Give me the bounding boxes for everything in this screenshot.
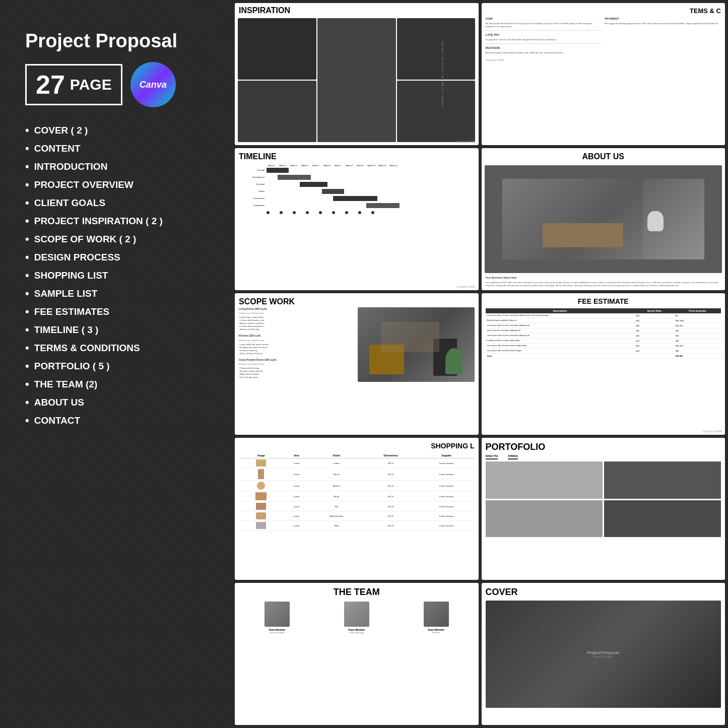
fee-row-1: Lorem ipsum dolor sit amet, consectetur … [486, 313, 721, 318]
portfolio-label-finish: FINISH [508, 454, 518, 459]
port-cell-2 [604, 461, 721, 499]
terms-rev-title: REVISION [486, 46, 602, 50]
shopping-title: SHOPPING L [239, 442, 475, 450]
scope-title: SCOPE WORK [239, 297, 475, 306]
about-text: Your Business Name Here was established … [482, 274, 725, 290]
shop-row: LoremNolW L HLorem Furniture [239, 502, 475, 511]
fee-row-4: sed do eiusmod, consectetur adipiscing e… [486, 328, 721, 333]
fee-col-rate: Hourly Rate [635, 308, 674, 313]
card-extra: COVER Project Proposal Interior Design [482, 583, 725, 725]
page-count-box: 27 PAGE [25, 64, 122, 105]
insp-cell-5 [397, 81, 476, 142]
portfolio-grid [486, 461, 721, 537]
inspiration-vert-text: NATURAL / AESTHETIC / MINIMALIST / UNIQU… [441, 41, 444, 107]
fee-company: Company NAME [703, 430, 722, 433]
card-scope: SCOPE WORK Living Room (450 sq.ft) Simpl… [235, 293, 479, 435]
tl-row-tender: Tender [239, 189, 475, 194]
team-grid: Team Member Interior Designer Team Membe… [239, 602, 475, 634]
team-avatar-1 [264, 602, 290, 627]
menu-item-terms[interactable]: TERMS & CONDITIONS [25, 339, 207, 357]
port-cell-4 [604, 500, 721, 538]
insp-cell-1 [238, 18, 316, 80]
menu-list: COVER ( 2 ) CONTENT INTRODUCTION PROJECT… [25, 121, 207, 430]
inspiration-title: INSPIRATION [235, 3, 479, 18]
menu-item-fee[interactable]: FEE ESTIMATES [25, 303, 207, 321]
menu-item-inspiration[interactable]: PROJECT INSPIRATION ( 2 ) [25, 212, 207, 230]
menu-item-cover[interactable]: COVER ( 2 ) [25, 121, 207, 140]
card-team: THE TEAM Team Member Interior Designer T… [235, 583, 479, 725]
port-cell-1 [486, 461, 603, 499]
menu-item-contact[interactable]: CONTACT [25, 412, 207, 430]
team-avatar-3 [424, 602, 449, 627]
scope-image [358, 307, 475, 382]
card-shopping: SHOPPING L Image Item Finish Dimensions … [235, 438, 479, 580]
card-timeline: TIMELINE Week 1 Week 2 Week 3 Week 4 Wee… [235, 148, 479, 290]
card-fee: FEE ESTIMATE Description Hourly Rate Pri… [482, 293, 725, 435]
portfolio-title: PORTOFOLIO [486, 442, 721, 452]
insp-cell-3 [397, 18, 476, 80]
menu-item-design[interactable]: DESIGN PROCESS [25, 248, 207, 267]
fee-row-total: Total $10,000 [486, 353, 721, 358]
fee-col-desc: Description [486, 308, 635, 313]
terms-company: Company NAME [486, 58, 602, 62]
menu-item-overview[interactable]: PROJECT OVERVIEW [25, 176, 207, 194]
canva-badge: Canva [130, 62, 176, 107]
card-portfolio: PORTOFOLIO SKECTH FINISH [482, 438, 725, 580]
menu-item-shopping[interactable]: SHOPPING LIST [25, 267, 207, 285]
menu-item-about[interactable]: ABOUT US [25, 393, 207, 412]
card-inspiration: INSPIRATION NATURAL / AESTHETIC / MINIMA… [235, 3, 479, 145]
shop-row: LoremSteelW L HLorem Furniture [239, 521, 475, 531]
tl-dots-row [239, 211, 475, 214]
team-member-2: Team Member Project Manager [318, 602, 395, 634]
team-avatar-2 [344, 602, 369, 627]
fee-row-5: Lorem ipsum dolor sit amet, consectetur … [486, 333, 721, 338]
shop-row: LoremWood 6W L HLorem Furniture [239, 481, 475, 491]
tl-row-construction: Construction [239, 196, 475, 201]
terms-title: TEMS & C [486, 7, 721, 15]
tl-row-continuation: Continuation [239, 203, 475, 208]
cover-preview: Project Proposal Interior Design [486, 601, 721, 708]
fee-row-2: Maximal tempor incididunt ut labore et $… [486, 318, 721, 323]
insp-cell-4 [238, 81, 316, 142]
fee-row-8: Lorem ipsum dolor sit amet at dolore mag… [486, 348, 721, 353]
fee-total-value: $10,000 [674, 353, 721, 358]
scope-text: Living Room (450 sq.ft) Simply Cosy / Ne… [239, 307, 356, 382]
card-terms: TEMS & C COM We will keep the client inf… [482, 3, 725, 145]
port-cell-3 [486, 500, 603, 538]
insp-cell-2 [317, 18, 396, 142]
terms-rev-text: Any extra revisions beyond those include… [486, 51, 602, 54]
page-count-label: PAGE [70, 76, 112, 93]
menu-item-portfolio[interactable]: PORTFOLIO ( 5 ) [25, 357, 207, 375]
tl-row-concept: Concept [239, 168, 475, 173]
shop-row: LoremWoodW L HLorem Furniture [239, 468, 475, 481]
menu-item-timeline[interactable]: TIMELINE ( 3 ) [25, 321, 207, 339]
page-count-number: 27 [36, 70, 65, 100]
menu-item-sample[interactable]: SAMPLE LIST [25, 285, 207, 303]
portfolio-labels: SKECTH FINISH [486, 454, 721, 459]
menu-item-scope[interactable]: SCOPE OF WORK ( 2 ) [25, 230, 207, 248]
team-title: THE TEAM [334, 587, 380, 598]
shop-row: LoremWood & CottonW L HLorem Furniture [239, 511, 475, 521]
terms-col2-text: We suggest the following payment terms: … [605, 22, 721, 25]
menu-item-content[interactable]: CONTENT [25, 140, 207, 158]
shopping-table: Image Item Finish Dimensions Supplier Lo… [239, 453, 475, 531]
fee-row-6: incididunt ut labore et dolore magna ali… [486, 338, 721, 343]
fee-row-3: Lorem ipsum dolor sit amet, consectetur … [486, 323, 721, 328]
page-title: Project Proposal [25, 30, 207, 52]
fee-col-price: Price Estimate [674, 308, 721, 313]
about-title: ABOUT US [482, 148, 725, 165]
menu-item-team[interactable]: THE TEAM (2) [25, 375, 207, 393]
terms-col1-title: COM [486, 17, 602, 21]
fee-table: Description Hourly Rate Price Estimate L… [486, 308, 721, 359]
team-member-1: Team Member Interior Designer [239, 602, 315, 634]
menu-item-goals[interactable]: CLIENT GOALS [25, 194, 207, 212]
left-panel: Project Proposal 27 PAGE Canva COVER ( 2… [0, 0, 232, 728]
terms-late-text: If a payment is overdue, the client will… [486, 38, 602, 41]
terms-col1-text: We will keep the client informed on the … [486, 22, 602, 28]
menu-item-intro[interactable]: INTRODUCTION [25, 158, 207, 176]
tl-week1: Week 1 [267, 164, 277, 167]
portfolio-label-sketch: SKECTH [486, 454, 498, 459]
tl-row-development: Development [239, 175, 475, 180]
terms-late-title: LATE PAY [486, 33, 602, 37]
right-panel: INSPIRATION NATURAL / AESTHETIC / MINIMA… [232, 0, 728, 728]
